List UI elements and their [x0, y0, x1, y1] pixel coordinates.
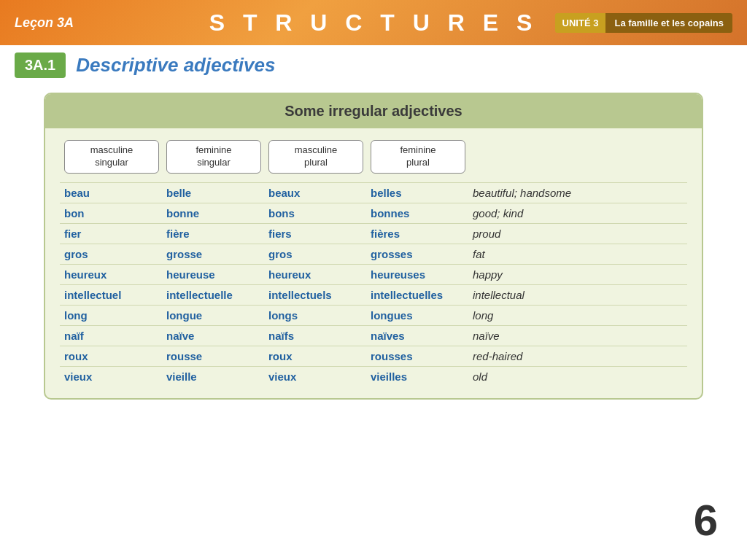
col-header-masc-pl: masculineplural	[268, 140, 363, 174]
table-row: gros grosse gros grosses fat	[60, 244, 687, 264]
cell-fem-sg: rousse	[166, 350, 261, 362]
table-card: Some irregular adjectives masculinesingu…	[44, 93, 703, 400]
cell-masc-pl: gros	[268, 248, 363, 260]
cell-masc-sg: gros	[64, 248, 159, 260]
cell-meaning: intellectual	[473, 289, 683, 301]
cell-meaning: old	[473, 370, 683, 383]
header-bar: Leçon 3A S T R U C T U R E S UNITÉ 3 La …	[0, 0, 747, 45]
cell-fem-pl: grosses	[371, 248, 465, 260]
cell-masc-pl: beaux	[268, 187, 363, 199]
cell-masc-pl: bons	[268, 207, 363, 219]
cell-fem-pl: fières	[371, 228, 465, 240]
column-headers-row: masculinesingular femininesingular mascu…	[60, 140, 687, 174]
cell-meaning: long	[473, 309, 683, 322]
cell-meaning: happy	[473, 268, 683, 281]
cell-fem-pl: intellectuelles	[371, 289, 465, 301]
col-header-fem-pl: feminineplural	[371, 140, 465, 174]
cell-fem-pl: heureuses	[371, 268, 465, 281]
cell-masc-sg: long	[64, 309, 159, 322]
col-header-fem-sg: femininesingular	[166, 140, 261, 174]
cell-fem-sg: belle	[166, 187, 261, 199]
col-header-masc-sg: masculinesingular	[64, 140, 159, 174]
cell-fem-pl: bonnes	[371, 207, 465, 219]
table-row: roux rousse roux rousses red-haired	[60, 346, 687, 366]
structures-title: S T R U C T U R E S	[209, 9, 538, 36]
cell-meaning: beautiful; handsome	[473, 187, 683, 199]
cell-fem-pl: longues	[371, 309, 465, 322]
cell-fem-sg: heureuse	[166, 268, 261, 281]
cell-masc-pl: fiers	[268, 228, 363, 240]
table-row: fier fière fiers fières proud	[60, 223, 687, 244]
cell-fem-sg: intellectuelle	[166, 289, 261, 301]
lecon-label: Leçon 3A	[15, 15, 74, 31]
cell-masc-sg: beau	[64, 187, 159, 199]
cell-masc-sg: roux	[64, 350, 159, 362]
cell-fem-pl: vieilles	[371, 370, 465, 383]
section-heading: Descriptive adjectives	[76, 54, 275, 77]
cell-meaning: good; kind	[473, 207, 683, 219]
table-row: long longue longs longues long	[60, 305, 687, 325]
cell-fem-pl: belles	[371, 187, 465, 199]
table-row: beau belle beaux belles beautiful; hands…	[60, 182, 687, 203]
cell-meaning: fat	[473, 248, 683, 260]
cell-masc-pl: heureux	[268, 268, 363, 281]
cell-masc-sg: bon	[64, 207, 159, 219]
cell-masc-pl: intellectuels	[268, 289, 363, 301]
cell-fem-sg: fière	[166, 228, 261, 240]
cell-masc-pl: naïfs	[268, 330, 363, 342]
table-row: intellectuel intellectuelle intellectuel…	[60, 284, 687, 305]
cell-meaning: proud	[473, 228, 683, 240]
page-number: 6	[694, 495, 718, 545]
section-bar: 3A.1 Descriptive adjectives	[0, 45, 747, 85]
table-rows: beau belle beaux belles beautiful; hands…	[60, 182, 687, 386]
cell-masc-sg: intellectuel	[64, 289, 159, 301]
cell-fem-sg: naïve	[166, 330, 261, 342]
cell-masc-sg: vieux	[64, 370, 159, 383]
cell-masc-sg: naïf	[64, 330, 159, 342]
main-content: Some irregular adjectives masculinesingu…	[0, 85, 747, 407]
cell-fem-sg: grosse	[166, 248, 261, 260]
unite-label: UNITÉ 3	[555, 13, 606, 33]
unite-badge: UNITÉ 3 La famille et les copains	[555, 13, 732, 33]
cell-masc-pl: roux	[268, 350, 363, 362]
cell-fem-sg: bonne	[166, 207, 261, 219]
cell-fem-pl: naïves	[371, 330, 465, 342]
table-card-body: masculinesingular femininesingular mascu…	[45, 128, 702, 398]
cell-masc-pl: longs	[268, 309, 363, 322]
cell-meaning: red-haired	[473, 350, 683, 362]
cell-fem-sg: vieille	[166, 370, 261, 383]
cell-masc-sg: fier	[64, 228, 159, 240]
cell-meaning: naïve	[473, 330, 683, 342]
cell-fem-pl: rousses	[371, 350, 465, 362]
unite-text: La famille et les copains	[605, 13, 732, 33]
table-row: bon bonne bons bonnes good; kind	[60, 203, 687, 223]
cell-masc-sg: heureux	[64, 268, 159, 281]
table-card-header: Some irregular adjectives	[45, 94, 702, 128]
cell-fem-sg: longue	[166, 309, 261, 322]
table-row: vieux vieille vieux vieilles old	[60, 366, 687, 386]
cell-masc-pl: vieux	[268, 370, 363, 383]
section-number: 3A.1	[15, 52, 66, 78]
table-row: heureux heureuse heureux heureuses happy	[60, 264, 687, 284]
table-row: naïf naïve naïfs naïves naïve	[60, 325, 687, 346]
